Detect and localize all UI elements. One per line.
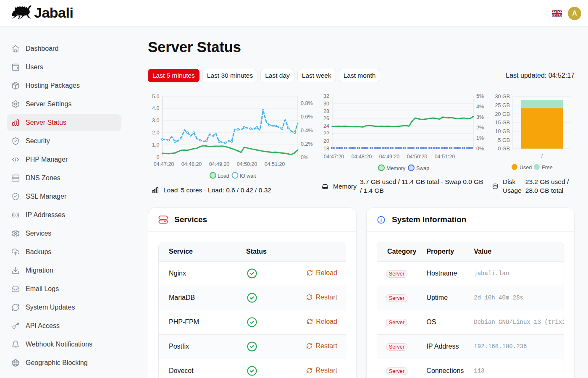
svg-text:/: / <box>541 153 543 159</box>
svg-text:04:50:20: 04:50:20 <box>407 154 428 160</box>
svg-text:04:51:20: 04:51:20 <box>435 154 455 160</box>
svg-text:3%: 3% <box>476 114 484 120</box>
svg-text:2.0: 2.0 <box>152 130 159 136</box>
svg-text:22: 22 <box>323 131 329 136</box>
svg-text:0.4%: 0.4% <box>301 128 313 134</box>
svg-text:04:47:20: 04:47:20 <box>324 154 344 160</box>
svg-text:Free: Free <box>542 165 553 171</box>
svg-text:1%: 1% <box>476 135 484 141</box>
svg-text:5.0: 5.0 <box>152 94 159 100</box>
svg-text:24: 24 <box>323 123 329 129</box>
svg-text:04:48:20: 04:48:20 <box>181 161 202 167</box>
svg-text:30 GB: 30 GB <box>495 94 510 100</box>
svg-text:5%: 5% <box>476 93 484 99</box>
svg-text:0.8%: 0.8% <box>301 100 313 106</box>
svg-text:15 GB: 15 GB <box>495 120 510 126</box>
svg-text:Load: Load <box>218 173 229 179</box>
svg-text:04:47:20: 04:47:20 <box>154 161 174 167</box>
svg-text:0 GB: 0 GB <box>498 146 510 152</box>
svg-text:10 GB: 10 GB <box>495 129 510 134</box>
svg-text:0%: 0% <box>301 155 308 160</box>
svg-text:5 GB: 5 GB <box>498 137 510 143</box>
svg-text:26: 26 <box>323 116 329 121</box>
svg-text:04:48:20: 04:48:20 <box>352 154 372 160</box>
svg-text:04:49:20: 04:49:20 <box>379 154 400 160</box>
svg-text:04:51:20: 04:51:20 <box>265 161 285 167</box>
svg-text:3.0: 3.0 <box>152 118 159 123</box>
svg-text:04:50:20: 04:50:20 <box>237 161 257 167</box>
svg-text:20 GB: 20 GB <box>495 111 510 117</box>
svg-text:25 GB: 25 GB <box>495 102 510 108</box>
svg-text:32: 32 <box>323 93 329 99</box>
svg-text:IO wait: IO wait <box>240 173 256 179</box>
svg-text:0.2%: 0.2% <box>301 141 313 147</box>
svg-text:0: 0 <box>157 154 160 160</box>
svg-text:20: 20 <box>323 138 329 144</box>
svg-text:18: 18 <box>323 146 329 152</box>
svg-text:30: 30 <box>323 101 329 107</box>
svg-text:Memory: Memory <box>386 165 406 171</box>
svg-text:Swap: Swap <box>416 165 429 171</box>
svg-text:28: 28 <box>323 108 329 114</box>
svg-text:1.0: 1.0 <box>152 142 159 148</box>
svg-text:4.0: 4.0 <box>152 105 159 111</box>
svg-text:Used: Used <box>520 165 532 171</box>
svg-text:04:49:20: 04:49:20 <box>209 161 230 167</box>
svg-text:4%: 4% <box>476 104 484 110</box>
svg-text:0.6%: 0.6% <box>301 114 313 120</box>
svg-text:0%: 0% <box>476 146 484 152</box>
svg-text:2%: 2% <box>476 125 484 131</box>
